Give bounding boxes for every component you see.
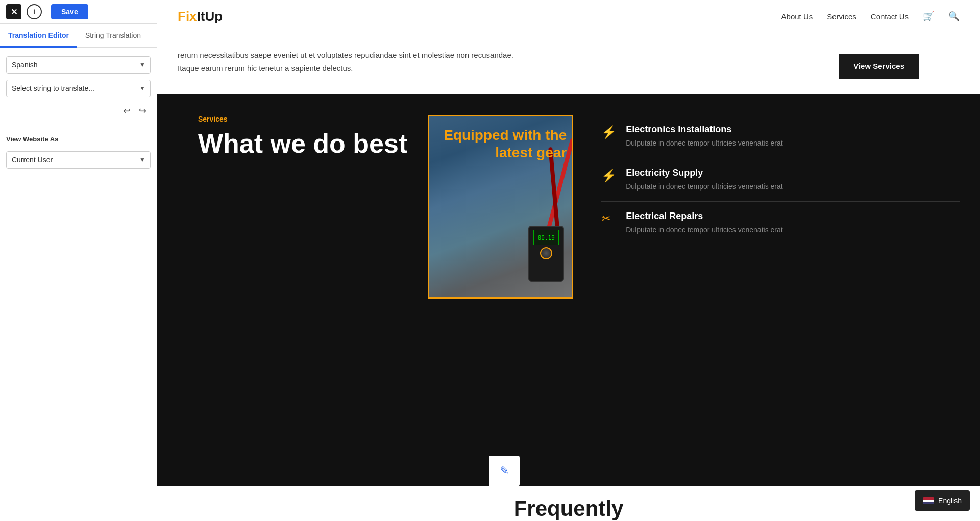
language-select-wrapper: Spanish French German Italian Portuguese… — [6, 56, 151, 74]
nav-about[interactable]: About Us — [781, 12, 813, 21]
faq-title: Frequently — [178, 496, 960, 521]
repairs-info: Electrical Repairs Dulputate in donec te… — [626, 211, 782, 235]
service-item-electronics: ⚡ Electronics Installations Dulputate in… — [601, 115, 960, 158]
save-button[interactable]: Save — [51, 4, 88, 19]
image-overlay-text: Equipped with the latest gear — [429, 127, 567, 161]
hero-body: rerum necessitatibus saepe eveniet ut et… — [178, 49, 535, 75]
view-website-label: View Website As — [6, 135, 151, 145]
view-as-select[interactable]: Current User Logged Out User Administrat… — [6, 151, 151, 169]
string-select-wrapper: Select string to translate... ▼ — [6, 80, 151, 97]
language-select[interactable]: Spanish French German Italian Portuguese — [6, 56, 151, 74]
repairs-desc: Dulputate in donec tempor ultricies vene… — [626, 225, 782, 235]
services-inner: Services What we do best 00.19 Equippe — [157, 94, 980, 486]
service-item-electricity: ⚡ Electricity Supply Dulputate in donec … — [601, 158, 960, 202]
faq-section: Frequently — [157, 486, 980, 521]
tab-bar: Translation Editor String Translation — [0, 24, 157, 48]
services-left: Services What we do best — [198, 115, 407, 486]
redo-button[interactable]: ↪ — [137, 103, 149, 119]
info-button[interactable]: i — [27, 4, 42, 19]
search-icon[interactable]: 🔍 — [948, 11, 960, 22]
services-title: What we do best — [198, 129, 407, 158]
left-panel: ✕ i Save Translation Editor String Trans… — [0, 0, 157, 521]
services-label: Services — [198, 115, 407, 123]
hero-text: rerum necessitatibus saepe eveniet ut et… — [178, 49, 535, 75]
top-bar: ✕ i Save — [0, 0, 157, 24]
main-content: FixItUp About Us Services Contact Us 🛒 🔍… — [157, 0, 980, 521]
electricity-title: Electricity Supply — [626, 168, 782, 178]
repairs-icon: ✂ — [601, 212, 617, 225]
undo-redo-bar: ↩ ↪ — [6, 103, 151, 119]
services-image-area: 00.19 Equipped with the latest gear ✎ — [428, 115, 581, 486]
site-header: FixItUp About Us Services Contact Us 🛒 🔍 — [157, 0, 980, 33]
divider — [6, 127, 151, 127]
view-services-button[interactable]: View Services — [839, 54, 919, 79]
nav-contact[interactable]: Contact Us — [871, 12, 909, 21]
electronics-desc: Dulputate in donec tempor ultricies vene… — [626, 138, 782, 149]
electronics-title: Electronics Installations — [626, 124, 782, 135]
close-button[interactable]: ✕ — [6, 4, 21, 19]
flag-icon — [923, 497, 934, 504]
services-image: 00.19 Equipped with the latest gear — [428, 115, 573, 299]
site-logo: FixItUp — [178, 9, 223, 25]
edit-overlay-button[interactable]: ✎ — [489, 456, 520, 486]
tab-translation-editor[interactable]: Translation Editor — [0, 24, 77, 48]
edit-pencil-icon: ✎ — [500, 464, 509, 478]
tab-string-translation[interactable]: String Translation — [77, 24, 149, 48]
language-label: English — [938, 496, 962, 505]
electronics-icon: ⚡ — [601, 125, 617, 139]
logo-fix: Fix — [178, 9, 197, 24]
repairs-title: Electrical Repairs — [626, 211, 782, 222]
cart-icon[interactable]: 🛒 — [923, 11, 934, 22]
site-nav: About Us Services Contact Us 🛒 🔍 — [781, 11, 960, 22]
string-select[interactable]: Select string to translate... — [6, 80, 151, 97]
electricity-info: Electricity Supply Dulputate in donec te… — [626, 168, 782, 192]
undo-button[interactable]: ↩ — [121, 103, 133, 119]
electricity-icon: ⚡ — [601, 169, 617, 183]
language-bar[interactable]: English — [915, 490, 970, 511]
panel-content: Spanish French German Italian Portuguese… — [0, 48, 157, 177]
nav-services[interactable]: Services — [827, 12, 856, 21]
electronics-info: Electronics Installations Dulputate in d… — [626, 124, 782, 149]
electricity-desc: Dulputate in donec tempor ultricies vene… — [626, 181, 782, 192]
logo-itup: ItUp — [197, 9, 223, 24]
hero-section: rerum necessitatibus saepe eveniet ut et… — [157, 33, 980, 94]
view-as-select-wrapper: Current User Logged Out User Administrat… — [6, 151, 151, 169]
services-right: ⚡ Electronics Installations Dulputate in… — [601, 115, 960, 486]
services-section: Services What we do best 00.19 Equippe — [157, 94, 980, 521]
service-item-repairs: ✂ Electrical Repairs Dulputate in donec … — [601, 202, 960, 245]
